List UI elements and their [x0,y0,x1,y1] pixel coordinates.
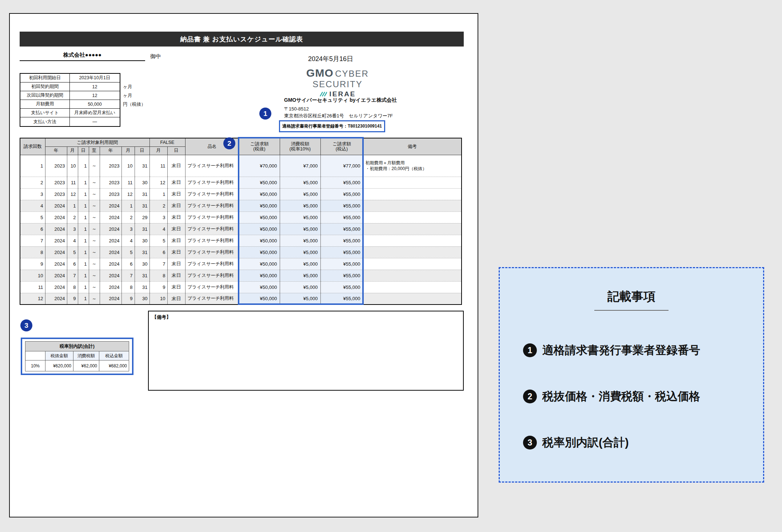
schedule-cell: 5 [121,246,135,258]
schedule-cell: 7 [20,235,45,246]
schedule-cell: 6 [149,246,167,258]
schedule-cell: 3 [149,211,167,223]
schedule-cell: ～ [89,200,100,211]
schedule-cell: ～ [89,188,100,200]
header-remarks: 備考 [363,138,462,155]
schedule-cell: プライスサーチ利用料 [185,188,239,200]
schedule-cell: ¥5,000 [280,211,320,223]
schedule-cell: ～ [89,223,100,235]
schedule-cell: プライスサーチ利用料 [185,258,239,270]
schedule-cell: ¥55,000 [320,223,363,235]
schedule-cell: 末日 [167,293,185,305]
schedule-cell: 31 [135,246,149,258]
legend-number-badge: 2 [523,390,537,403]
schedule-remark-cell [363,270,462,281]
schedule-cell: 2024 [45,235,67,246]
contract-info-row: 次回以降契約期間12ヶ月 [20,91,120,100]
schedule-cell: 1 [78,281,89,293]
tax-breakdown-header-tax: 消費税額 [73,351,99,360]
schedule-cell: 2024 [100,246,121,258]
schedule-cell: ¥5,000 [280,188,320,200]
schedule-cell: ～ [89,293,100,305]
schedule-remark-cell [363,246,462,258]
registration-number: 適格請求書発行事業者登録番号：T8012301009141 [282,123,382,129]
schedule-cell: 2 [20,177,45,188]
schedule-row: 11202481～20248319末日プライスサーチ利用料¥50,000¥5,0… [20,281,462,293]
schedule-cell: 1 [67,200,78,211]
contract-info-suffix: ヶ月 [123,91,132,100]
schedule-cell: 2024 [45,270,67,281]
contract-info-table: 初回利用開始日2023年10月1日初回契約期間12ヶ月次回以降契約期間12ヶ月月… [20,73,120,127]
schedule-remark-cell [363,281,462,293]
contract-info-label: 初回契約期間 [20,82,70,91]
registration-number-highlight-box: 適格請求書発行事業者登録番号：T8012301009141 [279,120,385,132]
schedule-cell: ¥55,000 [320,281,363,293]
schedule-row: 7202441～20244305末日プライスサーチ利用料¥50,000¥5,00… [20,235,462,246]
contract-info-suffix: 円（税抜） [123,100,146,109]
header-day-to: 日 [135,146,149,155]
schedule-remark-cell [363,258,462,270]
schedule-cell: ¥5,000 [280,177,320,188]
schedule-cell: 4 [149,223,167,235]
schedule-cell: 2023 [45,155,67,177]
schedule-remark-cell [363,200,462,211]
issuer-address: 東京都渋谷区桜丘町26番1号 セルリアンタワー7F [284,112,397,119]
schedule-cell: 1 [78,177,89,188]
schedule-remark-cell [363,188,462,200]
schedule-remark-cell [363,211,462,223]
schedule-cell: 末日 [167,155,185,177]
header-consumption-tax: 消費税額 (税率10%) [280,138,320,155]
schedule-row: 5202421～20242293末日プライスサーチ利用料¥50,000¥5,00… [20,211,462,223]
schedule-cell: 6 [20,223,45,235]
schedule-row: 9202461～20246307末日プライスサーチ利用料¥50,000¥5,00… [20,258,462,270]
tax-breakdown-amount-incl: ¥682,000 [99,360,129,371]
schedule-cell: ¥77,000 [320,155,363,177]
contract-info-value: 2023年10月1日 [70,74,120,82]
header-consumption-tax-line1: 消費税額 [291,141,309,146]
schedule-cell: 2023 [100,155,121,177]
legend-item: 1適格請求書発行事業者登録番号 [523,343,700,358]
schedule-cell: ¥55,000 [320,211,363,223]
schedule-cell: 2024 [100,258,121,270]
tax-breakdown-rate: 10% [25,360,45,371]
header-month-to: 月 [121,146,135,155]
schedule-cell: 10 [67,155,78,177]
contract-info-row: 初回利用開始日2023年10月1日 [20,74,120,82]
schedule-cell: 12 [20,293,45,305]
contract-info-row: 初回契約期間12ヶ月 [20,82,120,91]
issuer-company-name: GMOサイバーセキュリティ byイエラエ株式会社 [284,97,397,104]
schedule-cell: 2024 [45,223,67,235]
schedule-cell: 2 [121,211,135,223]
schedule-cell: 2 [67,211,78,223]
schedule-cell: 7 [121,270,135,281]
schedule-cell: ¥5,000 [280,281,320,293]
tax-breakdown-title: 税率別内訳(合計) [25,342,129,351]
legend-item: 3税率別内訳(合計) [523,435,629,450]
schedule-cell: ¥50,000 [239,177,280,188]
annotation-badge-2: 2 [223,137,235,149]
legend-number-badge: 3 [523,436,537,450]
remarks-box: 【備考】 [148,311,464,391]
schedule-cell: 6 [67,258,78,270]
schedule-cell: 末日 [167,223,185,235]
schedule-cell: プライスサーチ利用料 [185,177,239,188]
header-billing-count: 請求回数 [20,138,45,155]
contract-info-value: 12 [70,91,120,100]
schedule-cell: 10 [20,270,45,281]
schedule-cell: 末日 [167,235,185,246]
schedule-cell: 4 [20,200,45,211]
tax-breakdown-corner-cell [25,351,45,360]
schedule-cell: ～ [89,281,100,293]
schedule-row: 12023101～2023103111末日プライスサーチ利用料¥70,000¥7… [20,155,462,177]
schedule-cell: ¥55,000 [320,188,363,200]
schedule-cell: 11 [149,155,167,177]
schedule-cell: 30 [135,177,149,188]
tax-breakdown-highlight-box: 税率別内訳(合計) 税抜金額 消費税額 税込金額 10% ¥620,000 ¥6… [21,338,133,375]
schedule-cell: 31 [135,200,149,211]
schedule-cell: 3 [121,223,135,235]
schedule-cell: 5 [67,246,78,258]
contract-info-label: 支払いサイト [20,109,70,117]
schedule-cell: プライスサーチ利用料 [185,223,239,235]
header-day-from: 日 [78,146,89,155]
schedule-cell: ¥5,000 [280,223,320,235]
